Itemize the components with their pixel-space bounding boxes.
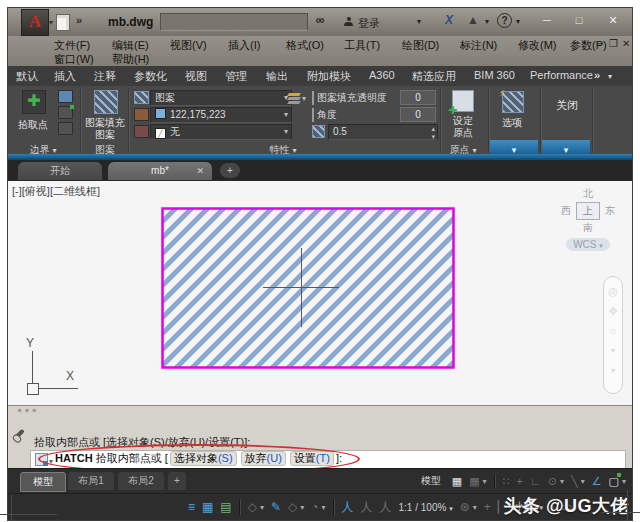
exchange-dropdown-icon[interactable]: ▾: [485, 17, 489, 26]
menu-format[interactable]: 格式(O): [286, 38, 324, 52]
menu-draw[interactable]: 绘图(D): [402, 38, 439, 52]
ribbon-tab-view[interactable]: 视图: [185, 69, 207, 84]
annotation-plus-icon[interactable]: +: [484, 500, 491, 514]
3d-osnap-dropdown-icon[interactable]: ▾: [260, 503, 264, 512]
scale-spin-down-icon[interactable]: ▾: [431, 130, 435, 144]
set-origin-icon[interactable]: ✚: [452, 90, 474, 112]
command-customize-icon[interactable]: [14, 429, 25, 440]
viewcube-top[interactable]: 上: [576, 202, 600, 220]
signin-person-icon[interactable]: [344, 17, 353, 26]
close-button[interactable]: ✕: [602, 14, 624, 27]
doc-close-icon[interactable]: ✕: [622, 38, 630, 49]
scale-field[interactable]: 0.5 ▴ ▾: [328, 124, 438, 140]
ribbon-tab-home[interactable]: 默认: [16, 69, 38, 84]
units-gauge-icon[interactable]: ◔: [311, 500, 318, 514]
option-settings[interactable]: 设置(T): [290, 451, 334, 466]
lineweight-icon[interactable]: ≡: [188, 500, 195, 514]
ribbon-tab-bim360[interactable]: BIM 360: [474, 69, 515, 81]
menu-help[interactable]: 帮助(H): [112, 52, 149, 66]
remove-boundary-objects-icon[interactable]: [58, 106, 73, 119]
transparency-layers-icon[interactable]: [288, 93, 300, 103]
viewport-controls[interactable]: [-][俯视][二维线框]: [12, 184, 100, 199]
model-space-button[interactable]: 模型: [417, 473, 445, 489]
ribbon-collapse-icon[interactable]: ▾: [608, 72, 612, 81]
help-dropdown-icon[interactable]: ▾: [516, 17, 520, 26]
annotation-visibility-icon[interactable]: 人: [342, 499, 354, 516]
menu-modify[interactable]: 修改(M): [518, 38, 557, 52]
background-color-dropdown[interactable]: ╱无▾: [150, 124, 292, 140]
autoscale-icon[interactable]: 人: [361, 499, 373, 516]
autodesk360-icon[interactable]: X: [445, 13, 453, 27]
infer-constraints-icon[interactable]: ∷: [503, 475, 510, 488]
pick-points-button[interactable]: 拾取点: [12, 118, 54, 132]
object-snap-icon[interactable]: ▢: [609, 475, 619, 488]
close-hatch-button[interactable]: 关闭: [544, 98, 590, 113]
transparency-toggle-icon[interactable]: ▦: [202, 500, 213, 514]
file-tab-start[interactable]: 开始: [18, 162, 102, 180]
nav-wheel-icon[interactable]: ◎: [604, 281, 622, 301]
search-input[interactable]: [161, 17, 307, 33]
menu-dimension[interactable]: 标注(N): [460, 38, 497, 52]
viewcube-west[interactable]: 西: [561, 204, 571, 218]
recreate-boundary-icon[interactable]: [58, 122, 73, 135]
snap-grid-icon[interactable]: ▦: [469, 475, 479, 488]
options-icon[interactable]: ⚡: [502, 91, 524, 113]
hatch-color-dropdown[interactable]: 122,175,223▾: [150, 107, 292, 123]
logo-dropdown-icon[interactable]: ▾: [49, 18, 53, 27]
exchange-apps-icon[interactable]: ▲: [467, 13, 479, 27]
hatch-preview-rectangle[interactable]: [161, 207, 455, 369]
set-origin-button-line2[interactable]: 原点: [442, 126, 484, 140]
new-layout-button[interactable]: +: [168, 472, 186, 490]
isometric-dropdown-icon[interactable]: ▾: [581, 477, 585, 486]
ortho-toggle-icon[interactable]: ∟: [530, 475, 541, 487]
hatch-type-dropdown[interactable]: 图案▾: [150, 90, 292, 106]
menu-view[interactable]: 视图(V): [170, 38, 207, 52]
angle-value[interactable]: 0: [400, 107, 436, 122]
doc-restore-icon[interactable]: ❐: [609, 38, 618, 49]
workspace-gear-icon[interactable]: ⊛: [460, 500, 470, 514]
nav-more-icon[interactable]: ▾: [604, 361, 622, 381]
doc-minimize-icon[interactable]: ─: [596, 38, 603, 49]
osnap-tracking-icon[interactable]: ∠: [592, 475, 602, 488]
maximize-button[interactable]: □: [568, 14, 590, 26]
menu-edit[interactable]: 编辑(E): [112, 38, 149, 52]
tab-layout2[interactable]: 布局2: [118, 472, 164, 490]
wcs-menu[interactable]: WCS ▾: [566, 238, 610, 251]
nav-orbit-icon[interactable]: ▾: [604, 341, 622, 361]
option-undo[interactable]: 放弃(U): [241, 451, 286, 466]
file-tab-close-icon[interactable]: ✕: [196, 162, 204, 180]
annotation-scale-icon[interactable]: 人: [380, 499, 392, 516]
annotation-monitor-icon[interactable]: ✎: [271, 500, 281, 514]
signin-dropdown-icon[interactable]: ▾: [417, 17, 421, 26]
polar-dropdown-icon[interactable]: ▾: [560, 477, 564, 486]
ribbon-tab-featured[interactable]: 精选应用: [412, 69, 456, 84]
minimize-button[interactable]: ─: [536, 14, 558, 26]
snap-dropdown-icon[interactable]: ▾: [483, 477, 487, 486]
ribbon-tab-a360[interactable]: A360: [369, 69, 395, 81]
command-recent-dropdown-icon[interactable]: ▾: [49, 454, 53, 469]
viewcube-east[interactable]: 东: [605, 204, 615, 218]
pick-points-icon[interactable]: ✚: [22, 90, 46, 114]
drawing-canvas[interactable]: [-][俯视][二维线框] Y X 北 西: [8, 180, 632, 406]
menu-tools[interactable]: 工具(T): [344, 38, 380, 52]
gauge-dropdown-icon[interactable]: ▾: [322, 503, 326, 512]
ribbon-tab-insert[interactable]: 插入: [54, 69, 76, 84]
new-file-tab-button[interactable]: +: [220, 163, 240, 178]
new-document-icon[interactable]: [56, 14, 70, 31]
signin-label[interactable]: 登录: [358, 16, 380, 31]
quick-access-overflow-icon[interactable]: »: [76, 14, 82, 26]
nav-pan-icon[interactable]: ✥: [604, 301, 622, 321]
ribbon-tab-parametric[interactable]: 参数化: [134, 69, 167, 84]
ribbon-tab-output[interactable]: 输出: [266, 69, 288, 84]
viewcube-north[interactable]: 北: [553, 187, 623, 201]
viewcube-south[interactable]: 南: [553, 221, 623, 235]
ribbon-tab-addins[interactable]: 附加模块: [307, 69, 351, 84]
search-binoculars-icon[interactable]: ∞: [316, 13, 325, 27]
selection-cycling-icon[interactable]: ▤: [220, 500, 231, 514]
navigation-bar[interactable]: ◎ ✥ ○ ▾ ▾: [603, 276, 623, 394]
isometric-icon[interactable]: ╲: [571, 475, 578, 488]
transparency-value[interactable]: 0: [400, 90, 436, 105]
select-boundary-objects-icon[interactable]: [58, 90, 73, 103]
hatch-pattern-icon[interactable]: [94, 90, 118, 114]
menu-insert[interactable]: 插入(I): [228, 38, 260, 52]
